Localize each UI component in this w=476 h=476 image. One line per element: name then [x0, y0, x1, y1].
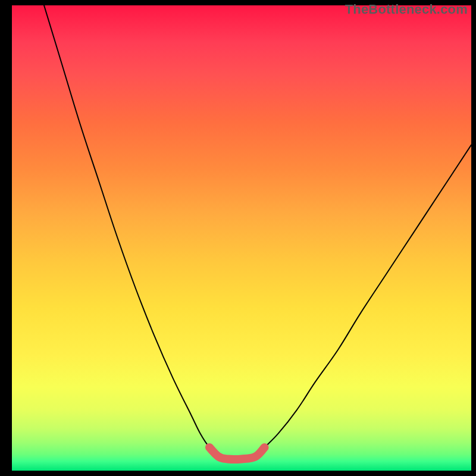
chart-stage: TheBottleneck.com — [0, 0, 476, 476]
curve-right — [255, 145, 471, 457]
plot-area — [12, 5, 471, 471]
curves-svg — [12, 5, 471, 471]
highlight-trough — [209, 447, 265, 459]
curve-left — [44, 5, 218, 457]
